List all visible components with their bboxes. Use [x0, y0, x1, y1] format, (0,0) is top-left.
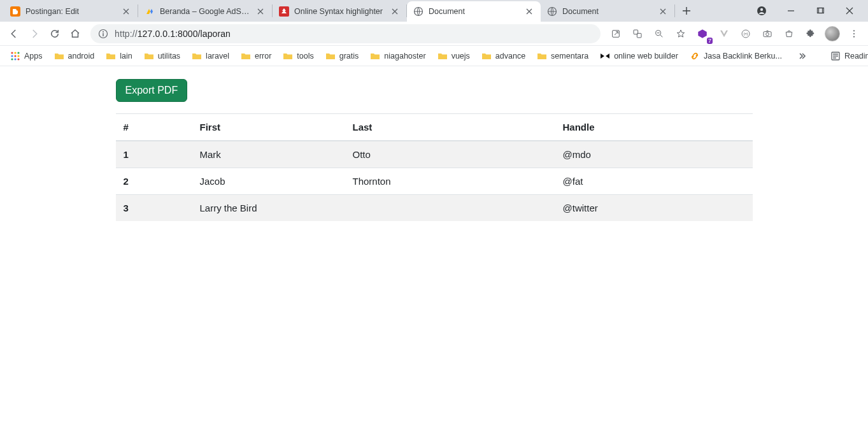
table-row: 3 Larry the Bird @twitter	[116, 195, 753, 222]
close-icon[interactable]	[255, 6, 266, 17]
reading-list[interactable]: Reading list	[827, 48, 868, 64]
apps-grid-icon	[10, 51, 20, 61]
bookmark-tools[interactable]: tools	[279, 48, 317, 64]
bookmark-error[interactable]: error	[237, 48, 275, 64]
tab-separator	[674, 4, 675, 17]
bookmark-jasa-backlink[interactable]: Jasa Backlink Berku...	[686, 48, 786, 64]
svg-rect-7	[819, 8, 824, 13]
window-controls	[747, 0, 864, 22]
col-first: First	[192, 114, 345, 141]
cell-num: 3	[116, 195, 192, 222]
share-icon[interactable]	[607, 25, 625, 43]
shopping-icon[interactable]	[780, 25, 798, 43]
bookmark-gratis[interactable]: gratis	[322, 48, 363, 64]
cell-handle: @mdo	[555, 141, 753, 168]
folder-icon	[144, 51, 154, 61]
camera-icon[interactable]	[758, 25, 776, 43]
account-icon[interactable]	[747, 0, 776, 22]
new-tab-button[interactable]	[678, 2, 695, 20]
vue-icon[interactable]	[715, 25, 733, 43]
svg-point-30	[17, 58, 19, 60]
translate-icon[interactable]	[629, 25, 646, 43]
folder-icon	[438, 51, 448, 61]
page-content: Export PDF # First Last Handle 1 Mark Ot…	[0, 66, 868, 221]
tab-syntax-highlighter[interactable]: Online Syntax highlighter	[273, 1, 406, 22]
tab-title: Document	[429, 7, 519, 16]
svg-point-24	[17, 52, 19, 54]
home-button[interactable]	[66, 25, 84, 43]
reload-button[interactable]	[46, 25, 64, 43]
minimize-button[interactable]	[776, 0, 806, 22]
tab-document-active[interactable]: Document	[407, 1, 541, 22]
bookmark-online-web-builder[interactable]: online web builder	[596, 48, 682, 64]
tab-postingan-edit[interactable]: Postingan: Edit	[4, 1, 138, 22]
bookmark-android[interactable]: android	[50, 48, 99, 64]
folder-icon	[370, 51, 380, 61]
svg-point-26	[14, 55, 16, 57]
folder-icon	[283, 51, 293, 61]
address-bar[interactable]: http://127.0.0.1:8000/laporan	[90, 24, 601, 43]
cell-last: Otto	[345, 141, 555, 168]
apps-label: Apps	[24, 52, 43, 61]
close-icon[interactable]	[390, 6, 400, 17]
svg-text:{=}: {=}	[744, 32, 748, 36]
bookmark-sementara[interactable]: sementara	[533, 48, 592, 64]
toolbar-right-cluster: 7 {=}	[607, 25, 863, 43]
browser-toolbar: http://127.0.0.1:8000/laporan 7 {=}	[0, 22, 868, 46]
svg-point-20	[853, 32, 855, 34]
bookmark-star-icon[interactable]	[672, 25, 690, 43]
cell-first: Jacob	[192, 168, 345, 195]
reading-list-icon	[830, 51, 841, 61]
cell-last: Thornton	[345, 168, 555, 195]
browser-tab-strip: Postingan: Edit Beranda – Google AdSense…	[0, 0, 868, 22]
maximize-button[interactable]	[806, 0, 835, 22]
bowtie-icon	[600, 51, 610, 61]
extension-purple-icon[interactable]: 7	[694, 25, 711, 43]
export-pdf-button[interactable]: Export PDF	[116, 79, 188, 102]
forward-button[interactable]	[25, 25, 43, 43]
svg-point-29	[14, 58, 16, 60]
cell-num: 1	[116, 141, 192, 168]
close-icon[interactable]	[658, 6, 668, 17]
devtools-icon[interactable]: {=}	[737, 25, 755, 43]
tab-adsense[interactable]: Beranda – Google AdSense	[138, 1, 272, 22]
url-text: http://127.0.0.1:8000/laporan	[115, 29, 231, 39]
col-last: Last	[345, 114, 555, 141]
bookmark-laravel[interactable]: laravel	[188, 48, 233, 64]
table-row: 1 Mark Otto @mdo	[116, 141, 753, 168]
kebab-menu-icon[interactable]	[845, 25, 863, 43]
bookmark-niagahoster[interactable]: niagahoster	[366, 48, 429, 64]
bookmark-utilitas[interactable]: utilitas	[140, 48, 184, 64]
table-row: 2 Jacob Thornton @fat	[116, 168, 753, 195]
svg-point-5	[760, 8, 763, 11]
bookmarks-overflow[interactable]	[793, 48, 811, 64]
globe-icon	[413, 6, 423, 17]
link-icon	[690, 51, 700, 61]
svg-point-22	[11, 52, 13, 54]
tab-document[interactable]: Document	[541, 1, 674, 22]
back-button[interactable]	[5, 25, 23, 43]
svg-point-23	[14, 52, 16, 54]
close-icon[interactable]	[121, 6, 131, 17]
svg-point-19	[853, 30, 855, 31]
close-window-button[interactable]	[835, 0, 864, 22]
site-info-icon[interactable]	[98, 29, 108, 39]
bookmark-advance[interactable]: advance	[478, 48, 529, 64]
profile-avatar[interactable]	[823, 25, 841, 43]
tab-title: Online Syntax highlighter	[294, 7, 385, 16]
zoom-out-icon[interactable]	[650, 25, 668, 43]
folder-icon	[481, 51, 492, 61]
svg-point-9	[103, 31, 104, 32]
col-handle: Handle	[555, 114, 753, 141]
bookmark-lain[interactable]: lain	[102, 48, 136, 64]
folder-icon	[325, 51, 336, 61]
apps-shortcut[interactable]: Apps	[6, 48, 46, 64]
col-num: #	[116, 114, 192, 141]
extensions-puzzle-icon[interactable]	[802, 25, 820, 43]
bookmark-vuejs[interactable]: vuejs	[434, 48, 474, 64]
table-header-row: # First Last Handle	[116, 114, 753, 141]
svg-rect-10	[103, 33, 103, 36]
adsense-icon	[145, 6, 155, 17]
svg-point-18	[766, 32, 769, 36]
close-icon[interactable]	[524, 6, 534, 17]
